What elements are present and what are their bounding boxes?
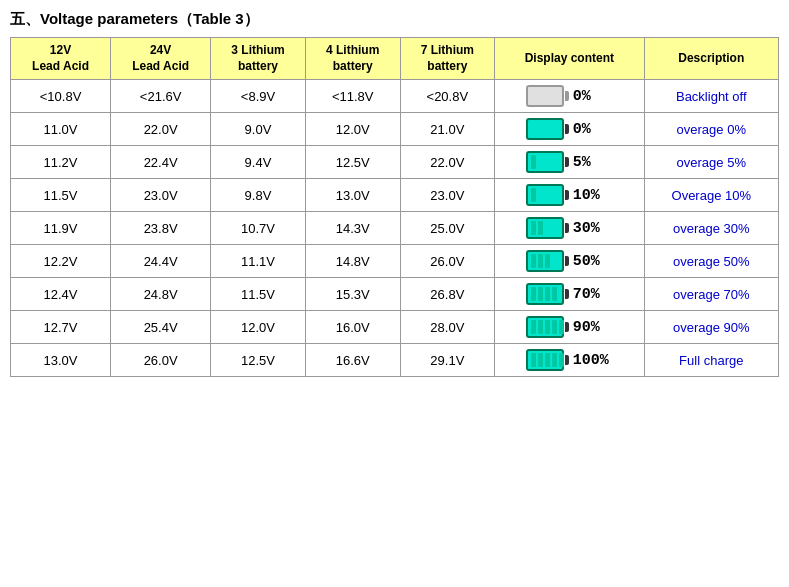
header-display: Display content	[495, 38, 644, 80]
cell-desc-8: Full charge	[644, 344, 778, 377]
cell-li7-0: <20.8V	[400, 80, 495, 113]
cell-v24-6: 24.8V	[111, 278, 211, 311]
cell-desc-5: overage 50%	[644, 245, 778, 278]
cell-desc-3: Overage 10%	[644, 179, 778, 212]
cell-li4-6: 15.3V	[305, 278, 400, 311]
battery-icon-4	[526, 217, 569, 239]
page-title: 五、Voltage parameters（Table 3）	[10, 10, 779, 29]
cell-li7-3: 23.0V	[400, 179, 495, 212]
cell-v12-2: 11.2V	[11, 146, 111, 179]
cell-desc-0: Backlight off	[644, 80, 778, 113]
cell-display-1: 0%	[495, 113, 644, 146]
cell-v12-1: 11.0V	[11, 113, 111, 146]
cell-v24-5: 24.4V	[111, 245, 211, 278]
cell-display-8: 100%	[495, 344, 644, 377]
pct-label-2: 5%	[573, 154, 613, 171]
table-row: 12.4V24.8V11.5V15.3V26.8V70%overage 70%	[11, 278, 779, 311]
cell-li3-5: 11.1V	[211, 245, 306, 278]
pct-label-5: 50%	[573, 253, 613, 270]
battery-tip	[565, 124, 569, 134]
pct-label-8: 100%	[573, 352, 613, 369]
cell-li3-0: <8.9V	[211, 80, 306, 113]
battery-tip	[565, 256, 569, 266]
header-li7: 7 Lithiumbattery	[400, 38, 495, 80]
cell-display-7: 90%	[495, 311, 644, 344]
cell-li3-8: 12.5V	[211, 344, 306, 377]
header-li3: 3 Lithiumbattery	[211, 38, 306, 80]
cell-li4-3: 13.0V	[305, 179, 400, 212]
pct-label-7: 90%	[573, 319, 613, 336]
cell-li7-4: 25.0V	[400, 212, 495, 245]
table-row: 12.7V25.4V12.0V16.0V28.0V90%overage 90%	[11, 311, 779, 344]
cell-li3-7: 12.0V	[211, 311, 306, 344]
cell-li4-1: 12.0V	[305, 113, 400, 146]
battery-icon-6	[526, 283, 569, 305]
cell-li7-2: 22.0V	[400, 146, 495, 179]
cell-li4-7: 16.0V	[305, 311, 400, 344]
battery-tip	[565, 355, 569, 365]
pct-label-3: 10%	[573, 187, 613, 204]
pct-label-1: 0%	[573, 121, 613, 138]
battery-tip	[565, 289, 569, 299]
header-li4: 4 Lithiumbattery	[305, 38, 400, 80]
header-12v: 12VLead Acid	[11, 38, 111, 80]
cell-v12-3: 11.5V	[11, 179, 111, 212]
cell-v24-3: 23.0V	[111, 179, 211, 212]
cell-li4-0: <11.8V	[305, 80, 400, 113]
pct-label-0: 0%	[573, 88, 613, 105]
battery-icon-1	[526, 118, 569, 140]
cell-desc-1: overage 0%	[644, 113, 778, 146]
cell-li3-3: 9.8V	[211, 179, 306, 212]
cell-display-4: 30%	[495, 212, 644, 245]
cell-desc-6: overage 70%	[644, 278, 778, 311]
cell-li7-8: 29.1V	[400, 344, 495, 377]
cell-v24-2: 22.4V	[111, 146, 211, 179]
battery-icon-8	[526, 349, 569, 371]
cell-v24-4: 23.8V	[111, 212, 211, 245]
cell-display-2: 5%	[495, 146, 644, 179]
cell-v12-8: 13.0V	[11, 344, 111, 377]
cell-li3-1: 9.0V	[211, 113, 306, 146]
battery-icon-3	[526, 184, 569, 206]
cell-v12-4: 11.9V	[11, 212, 111, 245]
cell-li3-6: 11.5V	[211, 278, 306, 311]
cell-li3-4: 10.7V	[211, 212, 306, 245]
table-row: 11.5V23.0V9.8V13.0V23.0V10%Overage 10%	[11, 179, 779, 212]
cell-li7-7: 28.0V	[400, 311, 495, 344]
battery-tip	[565, 322, 569, 332]
voltage-table: 12VLead Acid 24VLead Acid 3 Lithiumbatte…	[10, 37, 779, 377]
cell-v24-1: 22.0V	[111, 113, 211, 146]
cell-v24-8: 26.0V	[111, 344, 211, 377]
cell-li4-4: 14.3V	[305, 212, 400, 245]
table-row: 11.2V22.4V9.4V12.5V22.0V5%overage 5%	[11, 146, 779, 179]
cell-li4-5: 14.8V	[305, 245, 400, 278]
header-24v: 24VLead Acid	[111, 38, 211, 80]
cell-display-5: 50%	[495, 245, 644, 278]
cell-v24-0: <21.6V	[111, 80, 211, 113]
header-desc: Description	[644, 38, 778, 80]
cell-li3-2: 9.4V	[211, 146, 306, 179]
pct-label-4: 30%	[573, 220, 613, 237]
battery-icon-0	[526, 85, 569, 107]
cell-v12-0: <10.8V	[11, 80, 111, 113]
cell-desc-4: overage 30%	[644, 212, 778, 245]
cell-li7-5: 26.0V	[400, 245, 495, 278]
cell-desc-2: overage 5%	[644, 146, 778, 179]
table-row: 12.2V24.4V11.1V14.8V26.0V50%overage 50%	[11, 245, 779, 278]
cell-v12-6: 12.4V	[11, 278, 111, 311]
cell-v12-7: 12.7V	[11, 311, 111, 344]
battery-tip	[565, 190, 569, 200]
cell-li7-6: 26.8V	[400, 278, 495, 311]
pct-label-6: 70%	[573, 286, 613, 303]
cell-li7-1: 21.0V	[400, 113, 495, 146]
battery-tip	[565, 223, 569, 233]
battery-icon-5	[526, 250, 569, 272]
battery-icon-7	[526, 316, 569, 338]
cell-display-6: 70%	[495, 278, 644, 311]
cell-v12-5: 12.2V	[11, 245, 111, 278]
battery-icon-2	[526, 151, 569, 173]
cell-desc-7: overage 90%	[644, 311, 778, 344]
battery-tip	[565, 91, 569, 101]
cell-display-0: 0%	[495, 80, 644, 113]
cell-v24-7: 25.4V	[111, 311, 211, 344]
